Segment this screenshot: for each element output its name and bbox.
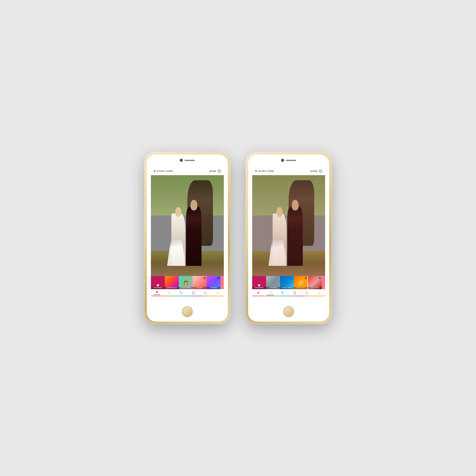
done-check-icon-r[interactable]: ✓ bbox=[319, 169, 323, 173]
woman-head bbox=[175, 207, 182, 216]
effect-favorites[interactable]: ♥ FAVORITES bbox=[252, 276, 266, 289]
top-bar-right: ✕ START OVER DONE ✓ bbox=[252, 167, 325, 175]
done-check-icon[interactable]: ✓ bbox=[217, 169, 221, 173]
filter-essentials[interactable]: ESSENTIALS bbox=[165, 276, 179, 289]
tab-layers[interactable]: 📋 bbox=[187, 289, 200, 296]
earpiece bbox=[185, 160, 195, 161]
start-over-group[interactable]: ✕ START OVER bbox=[153, 169, 173, 173]
volume-buttons-left bbox=[143, 180, 144, 202]
phone-screen-right: ✕ START OVER DONE ✓ bbox=[248, 154, 329, 322]
home-icon-r: ⌂ bbox=[318, 291, 320, 294]
effects-icon-r: ⁘ bbox=[269, 290, 272, 294]
photo-scene-right bbox=[252, 175, 325, 276]
light-leaks-plus: + bbox=[305, 277, 307, 279]
tab-effects[interactable]: ⁘ bbox=[163, 289, 175, 296]
filter-blush-label: BLUSH bbox=[193, 287, 207, 289]
effect-extra-thumb bbox=[322, 276, 325, 289]
home-button-area-left[interactable] bbox=[182, 306, 192, 316]
phone-hardware-top bbox=[180, 159, 195, 162]
filter-essentials-label: ESSENTIALS bbox=[165, 287, 179, 289]
start-over-label[interactable]: START OVER bbox=[157, 170, 173, 172]
home-button-right[interactable] bbox=[284, 306, 294, 316]
filter-favorites-label: FAVORITES bbox=[151, 287, 165, 289]
tab-shop[interactable]: 🛒 bbox=[200, 289, 212, 296]
app-screen-left: ✕ START OVER DONE ✓ bbox=[151, 167, 224, 296]
layers-icon: 📋 bbox=[192, 291, 195, 294]
tab-filters[interactable]: ⚙ FILTERS bbox=[151, 289, 163, 296]
effect-color-fog[interactable]: + COLOR FOG bbox=[308, 276, 322, 289]
tab-shop-r[interactable]: 🛒 bbox=[301, 289, 313, 296]
bottom-panel-right: ♥ FAVORITES STARTER FLARE & BOKEH bbox=[252, 276, 325, 296]
effect-starter-label: STARTER bbox=[266, 287, 280, 289]
phone-right: ✕ START OVER DONE ✓ bbox=[246, 152, 332, 324]
tab-filters-r[interactable]: ⚙ bbox=[252, 289, 264, 296]
shop-icon-r: 🛒 bbox=[305, 291, 309, 294]
man-head bbox=[190, 200, 197, 210]
start-over-group-r[interactable]: ✕ START OVER bbox=[255, 169, 274, 173]
couple-element bbox=[167, 201, 207, 266]
filter-strip-left[interactable]: ♥ FAVORITES ESSENTIALS 👩 GOOD VIBES bbox=[151, 276, 224, 289]
filter-good-vibes[interactable]: 👩 GOOD VIBES bbox=[179, 276, 193, 289]
close-icon-r[interactable]: ✕ bbox=[255, 169, 257, 173]
volume-down-button[interactable] bbox=[143, 195, 144, 202]
volume-up-button[interactable] bbox=[143, 186, 144, 193]
start-over-label-r[interactable]: START OVER bbox=[258, 170, 274, 172]
tab-tools-r[interactable]: 🔧 bbox=[276, 289, 289, 296]
dress-element-r bbox=[268, 240, 287, 266]
effect-light-leaks[interactable]: + LIGHT LEAKS bbox=[294, 276, 308, 289]
filter-extra[interactable]: + bbox=[221, 276, 224, 289]
photo-area-right bbox=[252, 175, 325, 276]
done-label-r[interactable]: DONE bbox=[310, 170, 318, 172]
filter-chroma[interactable]: + CHROMA bbox=[207, 276, 221, 289]
tab-tools[interactable]: 🔧 bbox=[175, 289, 187, 296]
earpiece-r bbox=[286, 160, 296, 161]
effect-extra[interactable]: + bbox=[322, 276, 325, 289]
tab-layers-r[interactable]: 📋 bbox=[289, 289, 301, 296]
effect-starter[interactable]: STARTER bbox=[266, 276, 280, 289]
bottom-panel-left: ♥ FAVORITES ESSENTIALS 👩 GOOD VIBES bbox=[151, 276, 224, 296]
dress-element bbox=[167, 240, 185, 266]
woman-figure bbox=[171, 213, 185, 266]
photo-area-left bbox=[151, 175, 224, 276]
chroma-plus-icon: + bbox=[217, 277, 220, 279]
mute-button[interactable] bbox=[143, 180, 144, 184]
volume-up-button-r[interactable] bbox=[245, 186, 246, 193]
power-button-r[interactable] bbox=[332, 187, 333, 200]
effects-label-r: EFFECTS bbox=[267, 294, 274, 296]
filters-icon: ⚙ bbox=[156, 290, 158, 294]
woman-figure-r bbox=[273, 213, 287, 266]
front-camera-r bbox=[281, 159, 284, 162]
effect-color-fog-label: COLOR FOG bbox=[308, 287, 322, 289]
done-label[interactable]: DONE bbox=[209, 170, 216, 172]
power-button[interactable] bbox=[230, 187, 231, 200]
done-group[interactable]: DONE ✓ bbox=[209, 169, 221, 173]
volume-down-button-r[interactable] bbox=[245, 195, 246, 202]
mute-button-r[interactable] bbox=[245, 180, 246, 184]
shop-icon: 🛒 bbox=[204, 291, 207, 294]
effect-light-leaks-label: LIGHT LEAKS bbox=[294, 287, 308, 289]
home-button-left[interactable] bbox=[182, 306, 192, 316]
phone-hardware-top-r bbox=[281, 159, 296, 162]
tab-bar-right: ⚙ ⁘ EFFECTS 🔧 📋 🛒 bbox=[252, 289, 325, 296]
tab-home-r[interactable]: ⌂ bbox=[313, 289, 325, 296]
tools-icon-r: 🔧 bbox=[281, 291, 284, 294]
effects-strip-right[interactable]: ♥ FAVORITES STARTER FLARE & BOKEH bbox=[252, 276, 325, 289]
man-figure-r bbox=[287, 207, 303, 266]
phone-left: ✕ START OVER DONE ✓ bbox=[144, 152, 230, 324]
filters-label: FILTERS bbox=[154, 294, 160, 295]
app-screen-right: ✕ START OVER DONE ✓ bbox=[252, 167, 325, 296]
tab-home[interactable]: ⌂ bbox=[212, 289, 224, 296]
tab-indicator-left bbox=[151, 296, 224, 296]
photo-scene-left bbox=[151, 175, 224, 276]
effect-flare-label: FLARE & BOKEH bbox=[280, 287, 294, 289]
tools-icon: 🔧 bbox=[180, 291, 183, 294]
man-head-r bbox=[292, 200, 299, 210]
filter-good-vibes-label: GOOD VIBES bbox=[179, 287, 193, 289]
home-button-area-right[interactable] bbox=[284, 306, 294, 316]
filter-favorites[interactable]: ♥ FAVORITES bbox=[151, 276, 165, 289]
done-group-r[interactable]: DONE ✓ bbox=[310, 169, 323, 173]
filter-blush[interactable]: + BLUSH bbox=[193, 276, 207, 289]
effect-flare-bokeh[interactable]: FLARE & BOKEH bbox=[280, 276, 294, 289]
tab-effects-r[interactable]: ⁘ EFFECTS bbox=[264, 289, 276, 296]
close-icon[interactable]: ✕ bbox=[153, 169, 156, 173]
